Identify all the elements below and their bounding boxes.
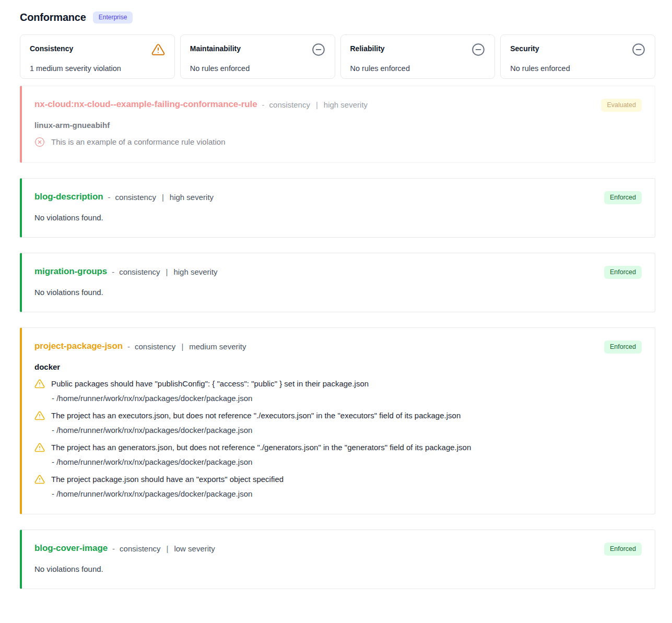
rule-category: consistency — [269, 100, 310, 109]
summary-card-header: Security — [510, 43, 645, 56]
violation-message: The project has an generators.json, but … — [51, 442, 471, 453]
project-name: linux-arm-gnueabihf — [34, 121, 642, 130]
rule-category: consistency — [120, 544, 160, 553]
summary-card-subtitle: No rules enforced — [190, 64, 325, 73]
circle-x-icon — [34, 137, 45, 147]
rule-body: linux-arm-gnueabihfThis is an example of… — [34, 121, 642, 147]
summary-cards: Consistency1 medium severity violationMa… — [20, 34, 655, 79]
violation-item: Public packages should have "publishConf… — [34, 379, 642, 403]
warning-triangle-icon — [34, 379, 45, 389]
summary-card-consistency: Consistency1 medium severity violation — [20, 34, 175, 79]
meta-dash: - — [108, 193, 111, 202]
rule-category: consistency — [119, 267, 160, 276]
rule-card-migration-groups: migration-groups-consistency|high severi… — [20, 253, 655, 312]
conformance-page: Conformance Enterprise Consistency1 medi… — [0, 0, 672, 609]
warning-triangle-icon — [151, 43, 165, 56]
status-badge: Enforced — [604, 191, 642, 204]
warning-triangle-icon — [34, 474, 45, 485]
summary-card-title: Consistency — [30, 43, 73, 53]
summary-card-title: Security — [510, 43, 539, 53]
status-badge: Enforced — [604, 340, 642, 354]
violation-path: - /home/runner/work/nx/nx/packages/docke… — [52, 394, 642, 403]
rule-header: migration-groups-consistency|high severi… — [34, 266, 642, 277]
rule-name: blog-description — [34, 192, 103, 202]
rule-header: nx-cloud:nx-cloud--example-failing-confo… — [34, 99, 642, 110]
meta-dash: - — [127, 342, 130, 351]
minus-circle-icon — [471, 43, 485, 56]
minus-circle-icon — [632, 43, 645, 56]
summary-card-header: Consistency — [30, 43, 165, 56]
minus-circle-icon — [312, 43, 325, 56]
rule-name: project-package-json — [34, 341, 123, 351]
rule-header: blog-description-consistency|high severi… — [34, 192, 642, 202]
page-header: Conformance Enterprise — [20, 11, 655, 23]
warning-triangle-icon — [34, 442, 45, 453]
rule-name: migration-groups — [34, 266, 107, 277]
meta-pipe: | — [315, 100, 319, 109]
violation-item: The project package.json should have an … — [34, 474, 642, 499]
meta-dash: - — [112, 267, 114, 276]
no-violations-text: No violations found. — [34, 565, 642, 573]
rule-body: dockerPublic packages should have "publi… — [34, 362, 642, 499]
page-title: Conformance — [20, 11, 86, 23]
violation-message: The project package.json should have an … — [51, 474, 284, 485]
violation-message: Public packages should have "publishConf… — [51, 379, 369, 389]
rule-severity: high severity — [170, 193, 214, 202]
rule-severity: high severity — [324, 100, 368, 109]
violation-path: - /home/runner/work/nx/nx/packages/docke… — [52, 426, 642, 435]
violation-item: The project has an generators.json, but … — [34, 442, 642, 467]
summary-card-header: Maintainability — [190, 43, 325, 56]
status-badge: Evaluated — [601, 99, 642, 112]
rule-card-project-package-json: project-package-json-consistency|medium … — [20, 327, 655, 514]
violation-path: - /home/runner/work/nx/nx/packages/docke… — [52, 489, 642, 499]
violation-message: The project has an executors.json, but d… — [51, 410, 461, 421]
meta-pipe: | — [165, 544, 169, 553]
summary-card-reliability: ReliabilityNo rules enforced — [340, 34, 496, 79]
rule-card-list: nx-cloud:nx-cloud--example-failing-confo… — [20, 86, 655, 589]
summary-card-title: Maintainability — [190, 43, 241, 53]
rule-name: nx-cloud:nx-cloud--example-failing-confo… — [34, 99, 257, 110]
summary-card-subtitle: No rules enforced — [510, 64, 645, 73]
meta-pipe: | — [165, 267, 169, 276]
summary-card-security: SecurityNo rules enforced — [500, 34, 655, 79]
rule-category: consistency — [115, 193, 156, 202]
meta-pipe: | — [161, 193, 165, 202]
rule-name: blog-cover-image — [34, 543, 108, 554]
enterprise-plan-badge: Enterprise — [93, 11, 133, 23]
rule-category: consistency — [135, 342, 175, 351]
summary-card-maintainability: MaintainabilityNo rules enforced — [180, 34, 335, 79]
rule-header: project-package-json-consistency|medium … — [34, 341, 642, 351]
rule-severity: low severity — [174, 544, 215, 553]
violation-item: This is an example of a conformance rule… — [34, 137, 642, 147]
rule-severity: high severity — [173, 267, 217, 276]
status-badge: Enforced — [604, 543, 642, 556]
project-name: docker — [34, 362, 642, 371]
summary-card-title: Reliability — [350, 43, 385, 53]
rule-header: blog-cover-image-consistency|low severit… — [34, 543, 642, 554]
meta-pipe: | — [180, 342, 184, 351]
violation-item: The project has an executors.json, but d… — [34, 410, 642, 435]
summary-card-subtitle: No rules enforced — [350, 64, 486, 73]
summary-card-subtitle: 1 medium severity violation — [30, 64, 165, 73]
rule-severity: medium severity — [189, 342, 246, 351]
rule-body: No violations found. — [34, 213, 642, 222]
rule-card-nx-cloud:nx-cloud--example-failing-conformance-rule: nx-cloud:nx-cloud--example-failing-confo… — [20, 86, 655, 163]
rule-body: No violations found. — [34, 565, 642, 573]
rule-card-blog-cover-image: blog-cover-image-consistency|low severit… — [20, 530, 655, 589]
meta-dash: - — [262, 100, 265, 109]
status-badge: Enforced — [604, 266, 642, 279]
violation-message: This is an example of a conformance rule… — [51, 137, 226, 147]
no-violations-text: No violations found. — [34, 288, 642, 297]
violation-path: - /home/runner/work/nx/nx/packages/docke… — [52, 457, 642, 467]
no-violations-text: No violations found. — [34, 213, 642, 222]
summary-card-header: Reliability — [350, 43, 486, 56]
meta-dash: - — [112, 544, 115, 553]
warning-triangle-icon — [34, 410, 45, 421]
rule-body: No violations found. — [34, 288, 642, 297]
rule-card-blog-description: blog-description-consistency|high severi… — [20, 178, 655, 238]
